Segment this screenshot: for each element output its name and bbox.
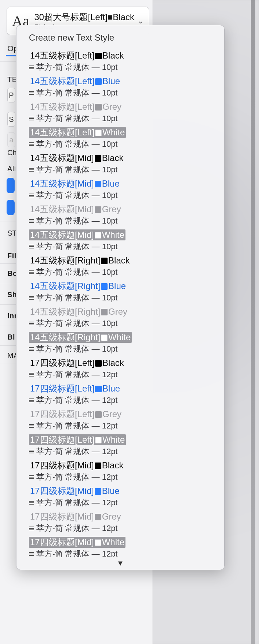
style-meta: 苹方-简 常规体 — 12pt xyxy=(29,446,224,457)
color-swatch-icon xyxy=(95,514,101,520)
style-name: 14五级标题[Mid]Black xyxy=(29,153,124,164)
style-list-item[interactable]: 17四级标题[Mid]Blue 苹方-简 常规体 — 12pt xyxy=(29,486,224,508)
style-meta-text: 苹方-简 常规体 — 10pt xyxy=(36,139,117,150)
style-list-item[interactable]: 17四级标题[Mid]White 苹方-简 常规体 — 12pt xyxy=(29,537,224,557)
text-lines-icon xyxy=(29,270,34,274)
color-swatch-icon xyxy=(95,411,102,418)
style-name: 14五级标题[Right]Black xyxy=(29,255,131,266)
style-list-item[interactable]: 17四级标题[Left]Blue 苹方-简 常规体 — 12pt xyxy=(29,383,224,406)
style-meta: 苹方-简 常规体 — 12pt xyxy=(29,548,224,557)
style-meta: 苹方-简 常规体 — 10pt xyxy=(29,216,224,226)
style-meta-text: 苹方-简 常规体 — 12pt xyxy=(36,420,117,431)
style-meta: 苹方-简 常规体 — 12pt xyxy=(29,523,224,534)
style-meta-text: 苹方-简 常规体 — 10pt xyxy=(36,216,117,226)
style-meta-text: 苹方-简 常规体 — 10pt xyxy=(36,190,117,201)
text-lines-icon xyxy=(29,552,34,556)
text-lines-icon xyxy=(29,91,34,95)
style-name: 14五级标题[Right]White xyxy=(29,332,132,343)
style-meta-text: 苹方-简 常规体 — 12pt xyxy=(36,523,117,534)
style-list-item[interactable]: 14五级标题[Mid]Grey 苹方-简 常规体 — 10pt xyxy=(29,204,224,226)
text-lines-icon xyxy=(29,245,34,248)
style-list-item[interactable]: 14五级标题[Mid]White 苹方-简 常规体 — 10pt xyxy=(29,229,224,252)
text-lines-icon xyxy=(29,347,34,351)
color-swatch-icon xyxy=(95,463,101,469)
text-lines-icon xyxy=(29,475,34,479)
style-meta-text: 苹方-简 常规体 — 10pt xyxy=(36,292,117,303)
text-lines-icon xyxy=(29,168,34,172)
color-swatch-icon xyxy=(95,53,102,59)
style-list-item[interactable]: 17四级标题[Left]Black 苹方-简 常规体 — 12pt xyxy=(29,357,224,380)
style-meta-text: 苹方-简 常规体 — 10pt xyxy=(36,164,117,175)
style-meta: 苹方-简 常规体 — 10pt xyxy=(29,87,224,98)
style-list-item[interactable]: 14五级标题[Left]White 苹方-简 常规体 — 10pt xyxy=(29,127,224,150)
color-swatch-icon xyxy=(101,309,108,315)
style-list-item[interactable]: 14五级标题[Mid]Black 苹方-简 常规体 — 10pt xyxy=(29,153,224,175)
color-swatch-icon xyxy=(95,360,102,367)
style-name: 17四级标题[Left]Blue xyxy=(29,383,121,394)
auto-field[interactable]: a xyxy=(7,132,15,147)
style-list-item[interactable]: 17四级标题[Mid]Black 苹方-简 常规体 — 12pt xyxy=(29,460,224,483)
style-meta: 苹方-简 常规体 — 12pt xyxy=(29,395,224,406)
style-list-item[interactable]: 14五级标题[Mid]Blue 苹方-简 常规体 — 10pt xyxy=(29,178,224,201)
style-title: 30超大号标题[Left]■Black xyxy=(34,11,138,23)
char-label: Ch xyxy=(7,149,17,157)
style-meta: 苹方-简 常规体 — 10pt xyxy=(29,318,224,329)
style-name: 14五级标题[Right]Blue xyxy=(29,281,127,292)
style-list-item[interactable]: 14五级标题[Left]Blue 苹方-简 常规体 — 10pt xyxy=(29,76,224,98)
style-name: 17四级标题[Mid]Black xyxy=(29,460,124,471)
text-section-label: TE xyxy=(7,75,17,84)
style-meta: 苹方-简 常规体 — 10pt xyxy=(29,62,224,73)
text-lines-icon xyxy=(29,65,34,69)
style-list: 14五级标题[Left]Black 苹方-简 常规体 — 10pt14五级标题[… xyxy=(16,49,224,557)
color-swatch-icon xyxy=(95,181,101,187)
color-swatch-icon xyxy=(95,232,101,239)
style-list-item[interactable]: 17四级标题[Left]Grey 苹方-简 常规体 — 12pt xyxy=(29,409,224,431)
text-lines-icon xyxy=(29,296,34,300)
align-button-1[interactable] xyxy=(7,178,15,193)
style-name: 14五级标题[Left]Blue xyxy=(29,76,121,87)
style-list-item[interactable]: 17四级标题[Mid]Grey 苹方-简 常规体 — 12pt xyxy=(29,511,224,534)
paragraph-field[interactable]: P xyxy=(7,88,15,102)
style-name: 14五级标题[Mid]Grey xyxy=(29,204,122,215)
style-meta: 苹方-简 常规体 — 10pt xyxy=(29,139,224,150)
style-meta-text: 苹方-简 常规体 — 12pt xyxy=(36,472,117,483)
color-swatch-icon xyxy=(95,78,102,85)
style-list-item[interactable]: 17四级标题[Left]White 苹方-简 常规体 — 12pt xyxy=(29,434,224,457)
color-swatch-icon xyxy=(95,206,101,213)
scroll-more-icon: ▼ xyxy=(117,559,124,568)
style-meta-text: 苹方-简 常规体 — 10pt xyxy=(36,87,117,98)
style-meta-text: 苹方-简 常规体 — 10pt xyxy=(36,113,117,124)
style-list-item[interactable]: 14五级标题[Left]Black 苹方-简 常规体 — 10pt xyxy=(29,50,224,73)
text-lines-icon xyxy=(29,219,34,223)
style-meta: 苹方-简 常规体 — 12pt xyxy=(29,369,224,380)
style-list-item[interactable]: 14五级标题[Right]White 苹方-简 常规体 — 10pt xyxy=(29,332,224,355)
style-name: 14五级标题[Right]Grey xyxy=(29,306,128,317)
style-meta: 苹方-简 常规体 — 10pt xyxy=(29,113,224,124)
size-field[interactable]: S xyxy=(7,112,15,127)
style-meta: 苹方-简 常规体 — 10pt xyxy=(29,292,224,303)
style-meta: 苹方-简 常规体 — 12pt xyxy=(29,420,224,431)
align-button-2[interactable] xyxy=(7,200,15,215)
color-swatch-icon xyxy=(95,539,101,546)
color-swatch-icon xyxy=(95,130,102,136)
color-swatch-icon xyxy=(101,258,108,264)
text-lines-icon xyxy=(29,373,34,377)
style-list-item[interactable]: 14五级标题[Left]Grey 苹方-简 常规体 — 10pt xyxy=(29,101,224,124)
blur-label: Bl xyxy=(7,333,15,341)
chevron-down-icon: ⌄ xyxy=(138,16,144,25)
style-list-item[interactable]: 14五级标题[Right]Blue 苹方-简 常规体 — 10pt xyxy=(29,281,224,303)
style-name: 17四级标题[Mid]White xyxy=(29,537,125,548)
style-name: 14五级标题[Left]White xyxy=(29,127,126,138)
style-list-item[interactable]: 14五级标题[Right]Grey 苹方-简 常规体 — 10pt xyxy=(29,306,224,329)
style-meta-text: 苹方-简 常规体 — 12pt xyxy=(36,548,117,557)
style-meta: 苹方-简 常规体 — 10pt xyxy=(29,344,224,355)
style-meta-text: 苹方-简 常规体 — 12pt xyxy=(36,446,117,457)
style-meta: 苹方-简 常规体 — 12pt xyxy=(29,472,224,483)
style-name: 14五级标题[Left]Grey xyxy=(29,101,123,112)
style-list-item[interactable]: 14五级标题[Right]Black 苹方-简 常规体 — 10pt xyxy=(29,255,224,278)
style-meta-text: 苹方-简 常规体 — 10pt xyxy=(36,267,117,278)
text-lines-icon xyxy=(29,117,34,120)
color-swatch-icon xyxy=(95,155,101,162)
create-new-text-style[interactable]: Create new Text Style xyxy=(29,33,114,43)
style-name: 17四级标题[Mid]Grey xyxy=(29,511,122,522)
